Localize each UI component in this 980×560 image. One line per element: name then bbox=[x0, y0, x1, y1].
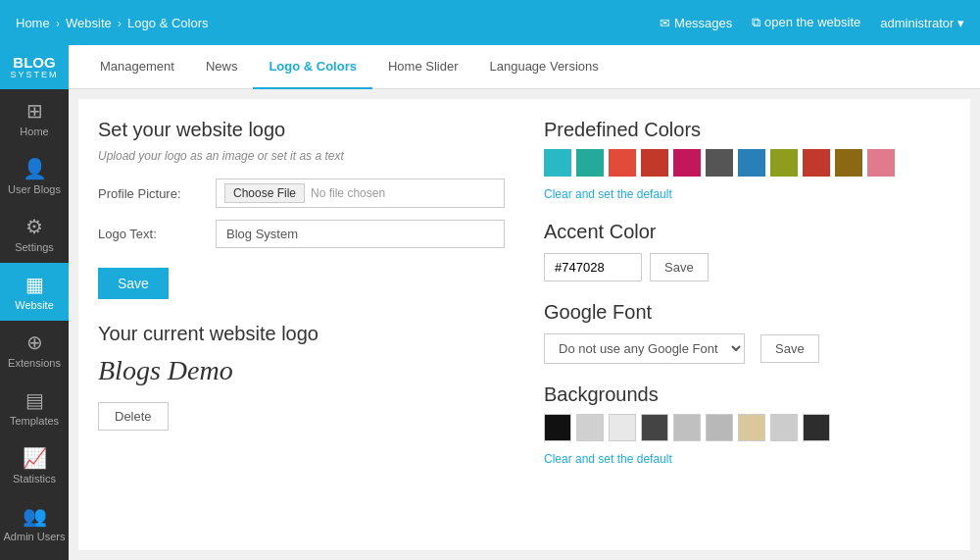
accent-save-button[interactable]: Save bbox=[650, 253, 709, 281]
logo-text-label: Logo Text: bbox=[98, 227, 216, 241]
statistics-icon: 📈 bbox=[23, 446, 47, 470]
sidebar-settings-label: Settings bbox=[15, 241, 54, 253]
accent-row: Save bbox=[544, 253, 951, 281]
file-chosen-label: No file chosen bbox=[311, 186, 385, 200]
sidebar-extensions-label: Extensions bbox=[8, 357, 61, 369]
sidebar-item-statistics[interactable]: 📈 Statistics bbox=[0, 436, 69, 494]
profile-picture-row: Profile Picture: Choose File No file cho… bbox=[98, 178, 505, 208]
predefined-colors-title: Predefined Colors bbox=[544, 119, 951, 141]
nav-home-link[interactable]: Home bbox=[16, 16, 50, 30]
predefined-color-swatch[interactable] bbox=[544, 149, 571, 177]
extensions-icon: ⊕ bbox=[26, 331, 43, 354]
chevron-down-icon: ▾ bbox=[957, 16, 964, 30]
breadcrumb: Home › Website › Logo & Colors bbox=[16, 16, 209, 30]
tab-management[interactable]: Management bbox=[84, 45, 190, 89]
brand-subtitle: SYSTEM bbox=[10, 70, 58, 79]
background-color-swatch[interactable] bbox=[576, 414, 604, 441]
accent-color-input[interactable] bbox=[544, 253, 642, 281]
logo-text-field-wrapper bbox=[216, 220, 505, 248]
google-font-section: Google Font Do not use any Google Font S… bbox=[544, 301, 951, 364]
predefined-color-swatch[interactable] bbox=[835, 149, 862, 177]
sidebar-home-label: Home bbox=[20, 126, 48, 137]
user-menu[interactable]: administrator ▾ bbox=[880, 16, 964, 30]
google-font-title: Google Font bbox=[544, 301, 951, 324]
file-input-area: Choose File No file chosen bbox=[216, 178, 505, 208]
current-logo-section: Your current website logo Blogs Demo Del… bbox=[98, 323, 505, 431]
background-color-swatch[interactable] bbox=[738, 414, 765, 441]
backgrounds-title: Backgrounds bbox=[544, 383, 951, 406]
background-color-swatch[interactable] bbox=[803, 414, 830, 441]
background-swatches bbox=[544, 414, 951, 441]
messages-label: Messages bbox=[674, 16, 732, 30]
set-logo-title: Set your website logo bbox=[98, 119, 505, 141]
sidebar-item-website[interactable]: ▦ Website bbox=[0, 263, 69, 321]
logo-text-input[interactable] bbox=[216, 220, 505, 248]
top-navigation: Home › Website › Logo & Colors ✉ Message… bbox=[0, 0, 980, 45]
profile-picture-label: Profile Picture: bbox=[98, 186, 216, 201]
predefined-color-swatch[interactable] bbox=[576, 149, 604, 177]
sidebar-admin-users-label: Admin Users bbox=[4, 531, 66, 542]
set-logo-subtitle: Upload your logo as an image or set it a… bbox=[98, 149, 505, 163]
left-panel: Set your website logo Upload your logo a… bbox=[98, 119, 505, 531]
top-nav-right: ✉ Messages ⧉ open the website administra… bbox=[660, 15, 964, 30]
predefined-color-swatch[interactable] bbox=[641, 149, 668, 177]
sidebar-item-settings[interactable]: ⚙ Settings bbox=[0, 205, 69, 263]
sidebar: BLOG SYSTEM ⊞ Home 👤 User Blogs ⚙ Settin… bbox=[0, 45, 69, 560]
predefined-color-swatch[interactable] bbox=[770, 149, 798, 177]
brand-logo: BLOG SYSTEM bbox=[0, 45, 69, 89]
settings-icon: ⚙ bbox=[25, 215, 43, 238]
current-logo-display: Blogs Demo bbox=[98, 355, 505, 386]
nav-website-link[interactable]: Website bbox=[66, 16, 112, 30]
clear-default-link[interactable]: Clear and set the default bbox=[544, 187, 672, 201]
message-icon: ✉ bbox=[660, 16, 670, 30]
background-color-swatch[interactable] bbox=[706, 414, 733, 441]
predefined-color-swatch[interactable] bbox=[609, 149, 636, 177]
google-font-select[interactable]: Do not use any Google Font bbox=[544, 333, 745, 364]
font-row: Do not use any Google Font Save bbox=[544, 333, 951, 364]
predefined-color-swatch[interactable] bbox=[706, 149, 733, 177]
predefined-color-swatch[interactable] bbox=[673, 149, 701, 177]
accent-color-title: Accent Color bbox=[544, 221, 951, 243]
open-website-link[interactable]: ⧉ open the website bbox=[752, 15, 860, 30]
background-color-swatch[interactable] bbox=[609, 414, 636, 441]
backgrounds-section: Backgrounds Clear and set the default bbox=[544, 383, 951, 466]
predefined-color-swatch[interactable] bbox=[738, 149, 765, 177]
tabs-bar: Management News Logo & Colors Home Slide… bbox=[69, 45, 980, 89]
current-logo-title: Your current website logo bbox=[98, 323, 505, 345]
predefined-color-swatch[interactable] bbox=[867, 149, 895, 177]
website-icon: ▦ bbox=[25, 273, 44, 296]
delete-logo-button[interactable]: Delete bbox=[98, 402, 169, 431]
tab-home-slider[interactable]: Home Slider bbox=[372, 45, 474, 89]
font-save-button[interactable]: Save bbox=[760, 334, 819, 363]
background-color-swatch[interactable] bbox=[544, 414, 571, 441]
predefined-colors-swatches bbox=[544, 149, 951, 177]
choose-file-button[interactable]: Choose File bbox=[224, 183, 305, 203]
sidebar-item-extensions[interactable]: ⊕ Extensions bbox=[0, 321, 69, 379]
main-layout: BLOG SYSTEM ⊞ Home 👤 User Blogs ⚙ Settin… bbox=[0, 45, 980, 560]
predefined-color-swatch[interactable] bbox=[803, 149, 830, 177]
tab-language-versions[interactable]: Language Versions bbox=[473, 45, 613, 89]
save-logo-button[interactable]: Save bbox=[98, 268, 169, 299]
nav-current: Logo & Colors bbox=[127, 16, 208, 30]
background-color-swatch[interactable] bbox=[641, 414, 668, 441]
sidebar-item-user-blogs[interactable]: 👤 User Blogs bbox=[0, 147, 69, 205]
sidebar-statistics-label: Statistics bbox=[13, 473, 56, 484]
content-area: Management News Logo & Colors Home Slide… bbox=[69, 45, 980, 560]
page-content: Set your website logo Upload your logo a… bbox=[78, 99, 970, 550]
accent-color-section: Accent Color Save bbox=[544, 221, 951, 281]
admin-users-icon: 👥 bbox=[23, 504, 47, 528]
tab-logo-colors[interactable]: Logo & Colors bbox=[253, 45, 372, 89]
templates-icon: ▤ bbox=[25, 388, 44, 412]
external-link-icon: ⧉ bbox=[752, 15, 760, 29]
background-color-swatch[interactable] bbox=[770, 414, 798, 441]
background-color-swatch[interactable] bbox=[673, 414, 701, 441]
right-panel: Predefined Colors Clear and set the defa… bbox=[544, 119, 951, 531]
sidebar-website-label: Website bbox=[15, 299, 54, 311]
bg-clear-default-link[interactable]: Clear and set the default bbox=[544, 452, 672, 466]
sidebar-item-home[interactable]: ⊞ Home bbox=[0, 89, 69, 147]
tab-news[interactable]: News bbox=[190, 45, 254, 89]
messages-link[interactable]: ✉ Messages bbox=[660, 16, 732, 30]
sidebar-item-templates[interactable]: ▤ Templates bbox=[0, 379, 69, 436]
logo-text-row: Logo Text: bbox=[98, 220, 505, 248]
sidebar-item-admin-users[interactable]: 👥 Admin Users bbox=[0, 494, 69, 552]
